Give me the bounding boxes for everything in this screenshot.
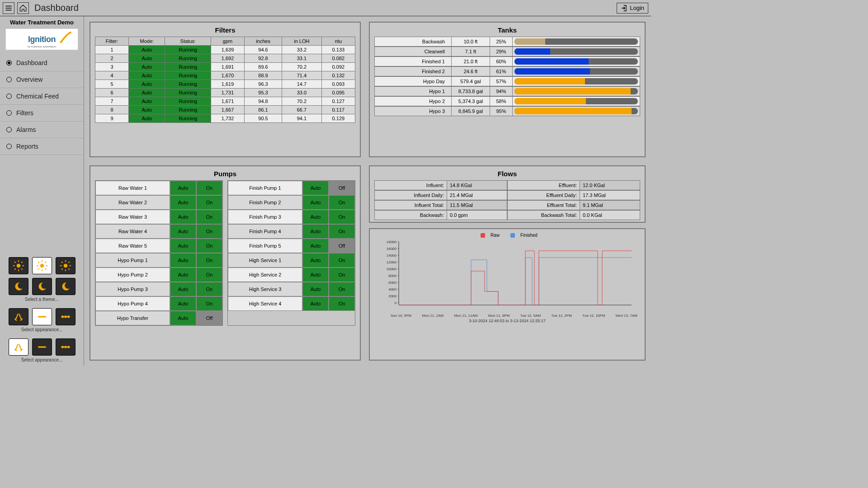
nav-item-overview[interactable]: Overview bbox=[0, 71, 84, 88]
pump-row[interactable]: High Service 2AutoOn bbox=[228, 267, 355, 282]
pump-mode: Auto bbox=[302, 296, 329, 311]
nav-item-filters[interactable]: Filters bbox=[0, 105, 84, 122]
tank-pct: 58% bbox=[490, 97, 513, 106]
tank-row[interactable]: Hypo 25,374.3 gal58% bbox=[374, 96, 640, 106]
svg-point-30 bbox=[61, 315, 63, 318]
appearance-tile-b-1[interactable] bbox=[32, 338, 52, 356]
pump-row[interactable]: Hypo Pump 3AutoOn bbox=[95, 282, 222, 296]
appearance-tile-b-0[interactable] bbox=[9, 338, 28, 356]
appearance-tile-a-0[interactable] bbox=[9, 308, 28, 325]
nav-item-chemical-feed[interactable]: Chemical Feed bbox=[0, 88, 84, 105]
chart-caption: 3-10-2024 12:46:53 to 3-13-2024 12:25:17 bbox=[373, 319, 642, 323]
pump-row[interactable]: High Service 1AutoOn bbox=[228, 253, 355, 267]
appearance-tile-b-2[interactable] bbox=[56, 338, 75, 356]
nav-item-reports[interactable]: Reports bbox=[0, 138, 84, 155]
pump-mode: Auto bbox=[302, 224, 329, 239]
pump-row[interactable]: Finish Pump 2AutoOn bbox=[228, 195, 355, 210]
pumps-title: Pumps bbox=[95, 170, 355, 178]
nav-item-alarms[interactable]: Alarms bbox=[0, 122, 84, 138]
xaxis-label: Tue 12, 2PM bbox=[552, 314, 572, 318]
pump-row[interactable]: High Service 4AutoOn bbox=[228, 296, 355, 311]
pump-mode: Auto bbox=[302, 267, 329, 282]
tank-name: Clearwell bbox=[375, 47, 452, 56]
login-icon bbox=[621, 5, 628, 12]
topbar: Dashboard Login bbox=[0, 0, 651, 16]
pump-row[interactable]: Raw Water 3AutoOn bbox=[95, 210, 222, 224]
pump-row[interactable]: Finish Pump 3AutoOn bbox=[228, 210, 355, 224]
pump-row[interactable]: Finish Pump 1AutoOff bbox=[228, 181, 355, 195]
flow-value: 21.4 MGal bbox=[447, 191, 507, 200]
pump-mode: Auto bbox=[170, 181, 196, 195]
pump-name: High Service 3 bbox=[228, 282, 302, 296]
pump-row[interactable]: Hypo Pump 2AutoOn bbox=[95, 267, 222, 282]
pump-row[interactable]: Finish Pump 4AutoOn bbox=[228, 224, 355, 239]
theme-tile-2[interactable] bbox=[56, 257, 75, 274]
tank-row[interactable]: Clearwell7.1 ft29% bbox=[374, 47, 640, 56]
filter-row[interactable]: 1AutoRunning1,63994.633.20.133 bbox=[95, 46, 355, 54]
tank-row[interactable]: Backwash10.0 ft25% bbox=[374, 37, 640, 47]
home-button[interactable] bbox=[17, 2, 29, 14]
filter-row[interactable]: 5AutoRunning1,61996.314.70.093 bbox=[95, 80, 355, 89]
pump-state: On bbox=[329, 296, 355, 311]
appearance-tile-a-1[interactable] bbox=[32, 308, 52, 325]
theme-tile-4[interactable] bbox=[32, 278, 52, 295]
pump-mode: Auto bbox=[302, 253, 329, 267]
theme-tile-0[interactable] bbox=[9, 257, 28, 274]
tank-pct: 95% bbox=[490, 107, 513, 116]
filter-row[interactable]: 3AutoRunning1,69189.670.20.092 bbox=[95, 63, 355, 71]
tank-pct: 57% bbox=[490, 77, 513, 86]
tank-row[interactable]: Hypo 18,733.8 gal94% bbox=[374, 86, 640, 96]
pump-state: On bbox=[196, 253, 222, 267]
svg-line-15 bbox=[38, 262, 39, 263]
theme-tile-1[interactable] bbox=[32, 257, 52, 274]
appearance-tile-a-2[interactable] bbox=[56, 308, 75, 325]
svg-point-19 bbox=[63, 264, 67, 268]
nav-item-dashboard[interactable]: Dashboard bbox=[0, 55, 84, 71]
pump-row[interactable]: Raw Water 5AutoOn bbox=[95, 239, 222, 253]
tank-pct: 25% bbox=[490, 37, 513, 46]
filter-row[interactable]: 7AutoRunning1,67194.870.20.127 bbox=[95, 97, 355, 106]
flow-value: 9.1 MGal bbox=[580, 201, 640, 210]
pumps-panel: Pumps Raw Water 1AutoOnRaw Water 2AutoOn… bbox=[90, 165, 361, 361]
flow-cell: Effluent:12.0 KGal bbox=[507, 180, 640, 190]
filters-header: inches bbox=[245, 37, 282, 46]
tank-name: Hypo 3 bbox=[375, 107, 452, 116]
pump-row[interactable]: Hypo Pump 4AutoOn bbox=[95, 296, 222, 311]
pump-state: On bbox=[196, 210, 222, 224]
pump-row[interactable]: Hypo TransferAutoOff bbox=[95, 311, 222, 325]
tank-row[interactable]: Finished 121.0 ft60% bbox=[374, 56, 640, 66]
pump-row[interactable]: Raw Water 4AutoOn bbox=[95, 224, 222, 239]
flow-value: 11.5 MGal bbox=[447, 201, 507, 210]
svg-point-35 bbox=[61, 346, 63, 348]
filter-row[interactable]: 4AutoRunning1,67088.971.40.132 bbox=[95, 71, 355, 80]
theme-tile-5[interactable] bbox=[56, 278, 75, 295]
tank-name: Hypo 1 bbox=[375, 87, 452, 96]
filters-header: ntu bbox=[321, 37, 355, 46]
theme-tile-3[interactable] bbox=[9, 278, 28, 295]
filter-row[interactable]: 6AutoRunning1,73195.333.00.095 bbox=[95, 89, 355, 97]
filter-row[interactable]: 8AutoRunning1,66786.166.70.117 bbox=[95, 106, 355, 114]
pump-mode: Auto bbox=[170, 282, 196, 296]
pump-mode: Auto bbox=[170, 267, 196, 282]
pump-row[interactable]: Hypo Pump 1AutoOn bbox=[95, 253, 222, 267]
filter-row[interactable]: 2AutoRunning1,69292.833.10.082 bbox=[95, 54, 355, 63]
tank-row[interactable]: Hypo 38,845.9 gal95% bbox=[374, 106, 640, 116]
login-button[interactable]: Login bbox=[617, 3, 648, 14]
svg-text:12000: 12000 bbox=[387, 260, 397, 264]
pump-row[interactable]: Raw Water 1AutoOn bbox=[95, 181, 222, 195]
tank-row[interactable]: Hypo Day579.4 gal57% bbox=[374, 76, 640, 86]
flow-label: Influent Daily: bbox=[375, 191, 447, 200]
nav-label: Filters bbox=[16, 109, 33, 117]
radio-icon bbox=[6, 94, 12, 99]
pump-row[interactable]: Raw Water 2AutoOn bbox=[95, 195, 222, 210]
pump-row[interactable]: Finish Pump 5AutoOff bbox=[228, 239, 355, 253]
menu-button[interactable] bbox=[3, 2, 14, 14]
svg-line-26 bbox=[61, 269, 62, 270]
flow-label: Effluent Daily: bbox=[508, 191, 580, 200]
theme-caption: Select a theme... bbox=[0, 297, 84, 302]
pump-name: Hypo Pump 2 bbox=[95, 267, 170, 282]
tank-row[interactable]: Finished 224.6 ft61% bbox=[374, 66, 640, 76]
pump-row[interactable]: High Service 3AutoOn bbox=[228, 282, 355, 296]
tank-bar bbox=[514, 98, 638, 104]
filter-row[interactable]: 9AutoRunning1,73290.594.10.129 bbox=[95, 114, 355, 123]
